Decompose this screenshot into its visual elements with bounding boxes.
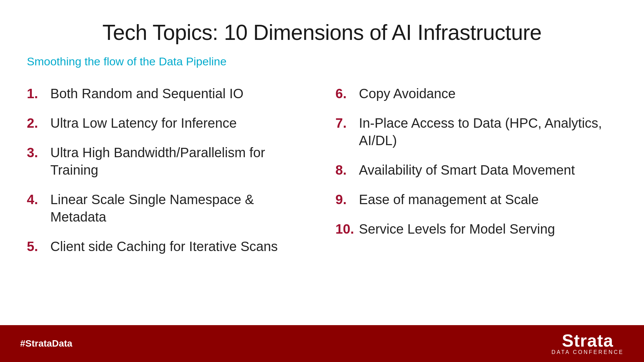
logo-sub: DATA CONFERENCE bbox=[551, 349, 624, 355]
right-item-6: 6. Copy Avoidance bbox=[335, 85, 617, 102]
left-column: 1. Both Random and Sequential IO 2. Ultr… bbox=[27, 85, 309, 267]
left-number-2: 2. bbox=[27, 114, 50, 132]
left-number-5: 5. bbox=[27, 238, 50, 255]
right-number-7: 7. bbox=[335, 114, 359, 132]
slide-title: Tech Topics: 10 Dimensions of AI Infrast… bbox=[27, 20, 617, 45]
left-item-3: 3. Ultra High Bandwidth/Parallelism for … bbox=[27, 144, 309, 179]
left-text-5: Client side Caching for Iterative Scans bbox=[50, 238, 278, 255]
right-text-9: Ease of management at Scale bbox=[359, 191, 539, 208]
columns-container: 1. Both Random and Sequential IO 2. Ultr… bbox=[27, 85, 617, 267]
left-item-5: 5. Client side Caching for Iterative Sca… bbox=[27, 238, 309, 255]
right-text-10: Service Levels for Model Serving bbox=[359, 220, 555, 238]
right-text-6: Copy Avoidance bbox=[359, 85, 455, 102]
right-number-8: 8. bbox=[335, 161, 359, 179]
strata-logo: Strata DATA CONFERENCE bbox=[551, 332, 624, 355]
left-item-1: 1. Both Random and Sequential IO bbox=[27, 85, 309, 102]
left-item-2: 2. Ultra Low Latency for Inference bbox=[27, 114, 309, 132]
right-item-7: 7. In-Place Access to Data (HPC, Analyti… bbox=[335, 114, 617, 149]
right-item-8: 8. Availability of Smart Data Movement bbox=[335, 161, 617, 179]
right-text-7: In-Place Access to Data (HPC, Analytics,… bbox=[359, 114, 617, 149]
slide-container: Tech Topics: 10 Dimensions of AI Infrast… bbox=[0, 0, 644, 362]
left-text-2: Ultra Low Latency for Inference bbox=[50, 114, 237, 132]
right-item-10: 10. Service Levels for Model Serving bbox=[335, 220, 617, 238]
left-number-3: 3. bbox=[27, 144, 50, 161]
left-number-4: 4. bbox=[27, 191, 50, 208]
right-number-10: 10. bbox=[335, 220, 359, 238]
right-column: 6. Copy Avoidance 7. In-Place Access to … bbox=[335, 85, 617, 267]
right-item-9: 9. Ease of management at Scale bbox=[335, 191, 617, 208]
main-content: Tech Topics: 10 Dimensions of AI Infrast… bbox=[0, 0, 644, 325]
right-text-8: Availability of Smart Data Movement bbox=[359, 161, 575, 179]
left-text-4: Linear Scale Single Namespace & Metadata bbox=[50, 191, 309, 226]
slide-footer: #StrataData Strata DATA CONFERENCE bbox=[0, 325, 644, 362]
slide-subtitle: Smoothing the flow of the Data Pipeline bbox=[27, 55, 617, 68]
left-text-1: Both Random and Sequential IO bbox=[50, 85, 244, 102]
left-number-1: 1. bbox=[27, 85, 50, 102]
logo-name: Strata bbox=[562, 332, 613, 349]
right-number-6: 6. bbox=[335, 85, 359, 102]
left-item-4: 4. Linear Scale Single Namespace & Metad… bbox=[27, 191, 309, 226]
right-number-9: 9. bbox=[335, 191, 359, 208]
footer-hashtag: #StrataData bbox=[20, 338, 72, 349]
left-text-3: Ultra High Bandwidth/Parallelism for Tra… bbox=[50, 144, 309, 179]
